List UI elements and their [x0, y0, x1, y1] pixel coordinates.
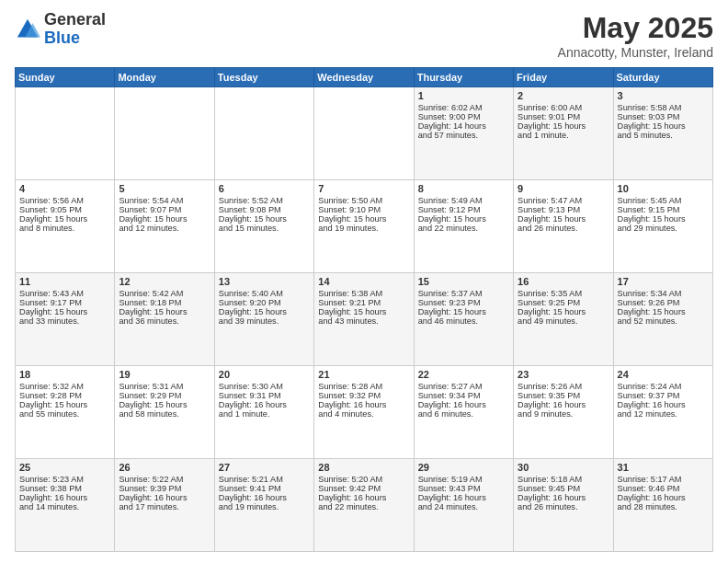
cell-text: Sunset: 9:20 PM: [219, 298, 310, 307]
calendar-cell: 5Sunrise: 5:54 AMSunset: 9:07 PMDaylight…: [115, 180, 214, 273]
day-number: 23: [518, 369, 609, 380]
cell-text: and 6 minutes.: [418, 409, 509, 419]
logo-icon: [15, 17, 40, 42]
cell-text: Daylight: 16 hours: [318, 493, 409, 502]
cell-text: Daylight: 16 hours: [518, 493, 609, 502]
cell-text: Sunrise: 5:28 AM: [318, 382, 409, 391]
day-number: 7: [318, 183, 409, 194]
cell-text: and 29 minutes.: [618, 224, 709, 233]
cell-text: and 8 minutes.: [19, 224, 110, 233]
cell-text: Sunrise: 5:42 AM: [119, 289, 210, 298]
cell-text: Sunset: 9:03 PM: [618, 112, 709, 121]
day-number: 9: [518, 183, 609, 194]
cell-text: Sunset: 9:21 PM: [318, 298, 409, 307]
cell-text: Daylight: 16 hours: [318, 400, 409, 409]
month-title: May 2025: [558, 11, 713, 45]
calendar-cell: 28Sunrise: 5:20 AMSunset: 9:42 PMDayligh…: [314, 459, 414, 552]
day-number: 14: [318, 276, 409, 287]
cell-text: Sunset: 9:45 PM: [518, 484, 609, 493]
page: General Blue May 2025 Annacotty, Munster…: [0, 0, 728, 563]
cell-text: Sunrise: 5:34 AM: [618, 289, 709, 298]
cell-text: Daylight: 15 hours: [318, 214, 409, 224]
cell-text: Daylight: 15 hours: [219, 307, 310, 316]
header-day-saturday: Saturday: [613, 68, 712, 87]
calendar-cell: 12Sunrise: 5:42 AMSunset: 9:18 PMDayligh…: [115, 273, 214, 366]
calendar-cell: 10Sunrise: 5:45 AMSunset: 9:15 PMDayligh…: [613, 180, 712, 273]
cell-text: Sunrise: 5:19 AM: [418, 475, 509, 484]
calendar-cell: 22Sunrise: 5:27 AMSunset: 9:34 PMDayligh…: [414, 366, 513, 459]
calendar-cell: 6Sunrise: 5:52 AMSunset: 9:08 PMDaylight…: [214, 180, 313, 273]
cell-text: and 49 minutes.: [518, 316, 609, 326]
day-number: 2: [518, 90, 609, 101]
cell-text: Daylight: 15 hours: [318, 307, 409, 316]
calendar-cell: 20Sunrise: 5:30 AMSunset: 9:31 PMDayligh…: [214, 366, 313, 459]
cell-text: Sunrise: 5:43 AM: [19, 289, 110, 298]
cell-text: Sunrise: 6:00 AM: [518, 103, 609, 112]
cell-text: and 5 minutes.: [618, 131, 709, 140]
cell-text: Sunset: 9:12 PM: [418, 205, 509, 214]
cell-text: Daylight: 16 hours: [418, 400, 509, 409]
calendar-cell: 31Sunrise: 5:17 AMSunset: 9:46 PMDayligh…: [613, 459, 712, 552]
day-number: 21: [318, 369, 409, 380]
cell-text: Sunrise: 5:45 AM: [618, 196, 709, 205]
cell-text: Sunset: 9:05 PM: [19, 205, 110, 214]
calendar-cell: 18Sunrise: 5:32 AMSunset: 9:28 PMDayligh…: [16, 366, 115, 459]
cell-text: Sunrise: 5:52 AM: [219, 196, 310, 205]
cell-text: and 14 minutes.: [19, 502, 110, 511]
day-number: 11: [19, 276, 110, 287]
cell-text: Sunset: 9:37 PM: [618, 391, 709, 400]
cell-text: Sunrise: 5:17 AM: [618, 475, 709, 484]
cell-text: Daylight: 15 hours: [418, 214, 509, 224]
cell-text: Sunset: 9:34 PM: [418, 391, 509, 400]
day-number: 1: [418, 90, 509, 101]
calendar-cell: 26Sunrise: 5:22 AMSunset: 9:39 PMDayligh…: [115, 459, 214, 552]
day-number: 29: [418, 462, 509, 473]
cell-text: Daylight: 16 hours: [219, 400, 310, 409]
day-number: 30: [518, 462, 609, 473]
logo-general-text: General: [44, 11, 106, 29]
day-number: 26: [119, 462, 210, 473]
cell-text: and 22 minutes.: [418, 224, 509, 233]
cell-text: Sunrise: 5:37 AM: [418, 289, 509, 298]
calendar-cell: 29Sunrise: 5:19 AMSunset: 9:43 PMDayligh…: [414, 459, 513, 552]
calendar-cell: 7Sunrise: 5:50 AMSunset: 9:10 PMDaylight…: [314, 180, 414, 273]
cell-text: Daylight: 15 hours: [219, 214, 310, 224]
calendar-cell: 19Sunrise: 5:31 AMSunset: 9:29 PMDayligh…: [115, 366, 214, 459]
header-day-sunday: Sunday: [16, 68, 115, 87]
cell-text: Sunset: 9:23 PM: [418, 298, 509, 307]
cell-text: Sunset: 9:46 PM: [618, 484, 709, 493]
cell-text: Sunset: 9:15 PM: [618, 205, 709, 214]
calendar-cell: 15Sunrise: 5:37 AMSunset: 9:23 PMDayligh…: [414, 273, 513, 366]
cell-text: and 22 minutes.: [318, 502, 409, 511]
cell-text: Sunrise: 5:23 AM: [19, 475, 110, 484]
cell-text: and 17 minutes.: [119, 502, 210, 511]
week-row-1: 4Sunrise: 5:56 AMSunset: 9:05 PMDaylight…: [16, 180, 713, 273]
cell-text: and 26 minutes.: [518, 502, 609, 511]
cell-text: Sunrise: 5:31 AM: [119, 382, 210, 391]
calendar-cell: [16, 87, 115, 180]
cell-text: Sunrise: 5:56 AM: [19, 196, 110, 205]
cell-text: Sunrise: 5:22 AM: [119, 475, 210, 484]
cell-text: Sunset: 9:31 PM: [219, 391, 310, 400]
cell-text: and 55 minutes.: [19, 409, 110, 419]
cell-text: Sunrise: 5:49 AM: [418, 196, 509, 205]
cell-text: Sunset: 9:43 PM: [418, 484, 509, 493]
day-number: 12: [119, 276, 210, 287]
calendar-cell: 24Sunrise: 5:24 AMSunset: 9:37 PMDayligh…: [613, 366, 712, 459]
week-row-4: 25Sunrise: 5:23 AMSunset: 9:38 PMDayligh…: [16, 459, 713, 552]
header-day-monday: Monday: [115, 68, 214, 87]
day-number: 15: [418, 276, 509, 287]
cell-text: Sunrise: 5:27 AM: [418, 382, 509, 391]
calendar-cell: 16Sunrise: 5:35 AMSunset: 9:25 PMDayligh…: [514, 273, 613, 366]
cell-text: Daylight: 15 hours: [119, 400, 210, 409]
cell-text: Daylight: 16 hours: [618, 400, 709, 409]
cell-text: Daylight: 16 hours: [119, 493, 210, 502]
cell-text: Sunset: 9:26 PM: [618, 298, 709, 307]
calendar-cell: [115, 87, 214, 180]
calendar-cell: 25Sunrise: 5:23 AMSunset: 9:38 PMDayligh…: [16, 459, 115, 552]
cell-text: Sunset: 9:35 PM: [518, 391, 609, 400]
cell-text: Sunset: 9:18 PM: [119, 298, 210, 307]
cell-text: Sunrise: 5:38 AM: [318, 289, 409, 298]
cell-text: Daylight: 15 hours: [618, 121, 709, 131]
calendar-table: SundayMondayTuesdayWednesdayThursdayFrid…: [15, 67, 713, 552]
